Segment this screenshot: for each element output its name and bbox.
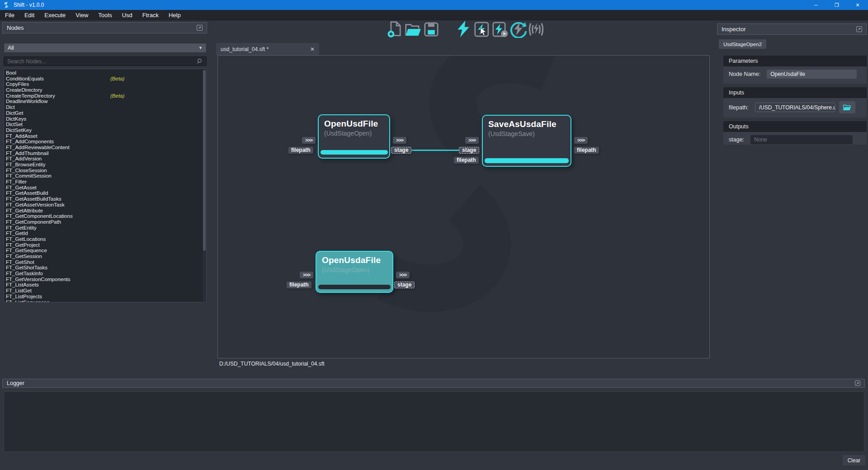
menu-ftrack[interactable]: Ftrack xyxy=(137,10,164,20)
list-item[interactable]: CreateDirectory xyxy=(6,87,206,93)
list-item[interactable]: FT_GetLocations xyxy=(6,236,206,242)
list-item[interactable]: FT_ListSequences xyxy=(6,300,206,303)
nodes-panel-popup-icon[interactable]: ↗ xyxy=(197,25,203,31)
list-item[interactable]: DictSet xyxy=(6,122,206,127)
node-filter-dropdown[interactable]: All ▼ xyxy=(4,43,207,53)
output-flow-port[interactable]: >>> xyxy=(393,137,406,144)
menu-edit[interactable]: Edit xyxy=(19,10,39,20)
maximize-button[interactable]: ❐ xyxy=(826,0,847,10)
node-type-name: Dict xyxy=(6,104,15,110)
inspector-node-tab[interactable]: UsdStageOpen2 xyxy=(719,39,766,49)
node-name-field[interactable]: OpenUsdaFile xyxy=(767,70,857,79)
execute-to-node-button[interactable] xyxy=(492,21,508,38)
clear-log-button[interactable]: Clear xyxy=(843,455,865,465)
output-flow-port[interactable]: >>> xyxy=(574,137,588,144)
new-file-button[interactable] xyxy=(387,21,403,38)
menu-file[interactable]: File xyxy=(0,10,19,20)
list-item[interactable]: FT_GetShotTasks xyxy=(6,265,206,271)
input-port-filepath[interactable]: filepath xyxy=(454,157,479,164)
node-filter-value: All xyxy=(8,45,14,51)
list-item[interactable]: Bool xyxy=(6,70,206,76)
output-flow-port[interactable]: >>> xyxy=(396,272,410,278)
node-type-name: FT_ListSequences xyxy=(6,300,49,303)
menu-help[interactable]: Help xyxy=(164,10,186,20)
node-list-scrollbar[interactable] xyxy=(203,70,206,301)
input-port-filepath[interactable]: filepath xyxy=(287,282,311,288)
save-file-button[interactable] xyxy=(424,22,439,37)
list-item[interactable]: DictKeys xyxy=(6,116,206,122)
list-item[interactable]: DeadlineWorkflow xyxy=(6,99,206,104)
tab-close-icon[interactable]: ✕ xyxy=(310,46,315,52)
node-type-name: FT_GetAttribute xyxy=(6,208,43,213)
list-item[interactable]: FT_GetComponentPath xyxy=(6,219,206,225)
list-item[interactable]: FT_GetAttribute xyxy=(6,208,206,214)
minimize-button[interactable]: ─ xyxy=(806,0,826,10)
list-item[interactable]: FT_CommitSession xyxy=(6,173,206,179)
list-item[interactable]: DictSetKey xyxy=(6,127,206,133)
re-execute-button[interactable] xyxy=(510,21,527,38)
list-item[interactable]: FT_AddReviewableContent xyxy=(6,145,206,150)
input-flow-port[interactable]: >>> xyxy=(465,137,479,144)
live-execute-button[interactable] xyxy=(527,22,545,37)
browse-file-button[interactable] xyxy=(839,101,855,113)
list-item[interactable]: FT_GetAssetBuild xyxy=(6,190,206,196)
list-item[interactable]: CreateTempDirectory(Beta) xyxy=(6,93,206,99)
list-item[interactable]: FT_GetTaskInfo xyxy=(6,271,206,277)
list-item[interactable]: FT_GetAssetBuildTasks xyxy=(6,196,206,202)
node-graph-canvas[interactable]: OpenUsdFile (UsdStageOpen) >>> filepath … xyxy=(217,55,710,358)
node-type-name: FT_ListGet xyxy=(6,288,32,293)
list-item[interactable]: FT_GetVersionComponents xyxy=(6,277,206,282)
list-item[interactable]: FT_GetSession xyxy=(6,254,206,259)
menu-tools[interactable]: Tools xyxy=(93,10,117,20)
list-item[interactable]: FT_GetProject xyxy=(6,242,206,248)
input-port-filepath[interactable]: filepath xyxy=(288,147,313,154)
output-port-filepath[interactable]: filepath xyxy=(574,147,599,154)
inspector-popup-icon[interactable]: ↗ xyxy=(856,26,862,32)
list-item[interactable]: Dict xyxy=(6,104,206,110)
search-input[interactable] xyxy=(7,58,197,65)
node-type-name: FT_BrowseEntity xyxy=(6,162,46,167)
node-type-list[interactable]: BoolConditionEquals(Beta)CopyFilesCreate… xyxy=(4,69,207,302)
list-item[interactable]: FT_AddVersion xyxy=(6,156,206,162)
menu-usd[interactable]: Usd xyxy=(117,10,137,20)
list-item[interactable]: FT_ListAssets xyxy=(6,282,206,288)
menu-view[interactable]: View xyxy=(71,10,93,20)
open-file-button[interactable] xyxy=(405,23,422,37)
list-item[interactable]: CopyFiles xyxy=(6,81,206,87)
list-item[interactable]: FT_GetShot xyxy=(6,259,206,265)
list-item[interactable]: FT_AddAsset xyxy=(6,133,206,139)
list-item[interactable]: FT_BrowseEntity xyxy=(6,162,206,168)
list-item[interactable]: FT_Filter xyxy=(6,179,206,185)
input-port-stage[interactable]: stage xyxy=(459,147,479,154)
list-item[interactable]: FT_AddComponents xyxy=(6,139,206,145)
menu-execute[interactable]: Execute xyxy=(39,10,71,20)
filepath-label: filepath: xyxy=(729,104,749,111)
list-item[interactable]: FT_ListGet xyxy=(6,288,206,294)
list-item[interactable]: FT_CloseSession xyxy=(6,168,206,174)
execute-graph-button[interactable] xyxy=(456,20,471,38)
output-port-stage[interactable]: stage xyxy=(391,147,411,154)
node-name-label: Node Name: xyxy=(729,71,760,77)
logger-panel-header: Logger ↗ xyxy=(2,379,865,388)
close-button[interactable]: ✕ xyxy=(847,0,868,10)
output-port-stage[interactable]: stage xyxy=(394,282,415,288)
list-item[interactable]: FT_GetAsset xyxy=(6,185,206,191)
list-item[interactable]: FT_AddThumbnail xyxy=(6,150,206,156)
input-flow-port[interactable]: >>> xyxy=(302,137,316,144)
list-item[interactable]: FT_ListProjects xyxy=(6,294,206,300)
node-type-name: DictGet xyxy=(6,110,23,116)
list-item[interactable]: FT_GetId xyxy=(6,230,206,236)
node-subtitle: (UsdStageOpen) xyxy=(324,130,384,137)
filepath-field[interactable]: /USD_TUTORIALS/04/Sphere.usda xyxy=(755,103,835,112)
list-item[interactable]: FT_GetAssetVersionTask xyxy=(6,202,206,208)
list-item[interactable]: FT_GetComponentLocations xyxy=(6,213,206,219)
list-item[interactable]: FT_GetEntity xyxy=(6,225,206,231)
input-flow-port[interactable]: >>> xyxy=(300,272,313,278)
list-item[interactable]: DictGet xyxy=(6,110,206,116)
document-tab[interactable]: usd_tutorial_04.sft * ✕ xyxy=(216,43,319,55)
list-item[interactable]: FT_GetSequence xyxy=(6,248,206,254)
list-item[interactable]: ConditionEquals(Beta) xyxy=(6,76,206,82)
scrollbar-thumb[interactable] xyxy=(203,70,206,251)
node-type-name: FT_ListAssets xyxy=(6,282,39,287)
logger-popup-icon[interactable]: ↗ xyxy=(855,381,860,386)
